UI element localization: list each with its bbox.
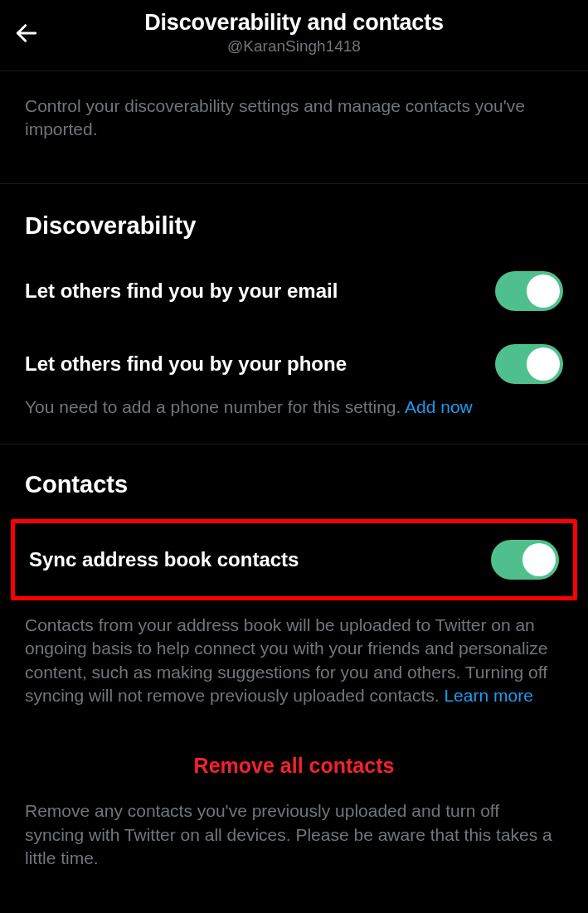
remove-all-contacts-button[interactable]: Remove all contacts <box>25 754 563 778</box>
sync-helper: Contacts from your address book will be … <box>25 614 563 707</box>
find-by-email-toggle[interactable] <box>495 271 563 311</box>
arrow-left-icon <box>13 20 40 46</box>
contacts-section: Contacts Sync address book contacts Cont… <box>0 444 588 895</box>
find-by-email-row: Let others find you by your email <box>25 271 563 311</box>
phone-helper-text: You need to add a phone number for this … <box>25 397 405 416</box>
page-title: Discoverability and contacts <box>50 10 538 36</box>
toggle-knob <box>527 347 560 381</box>
header-titles: Discoverability and contacts @KaranSingh… <box>50 10 538 56</box>
sync-contacts-toggle[interactable] <box>491 540 559 580</box>
find-by-phone-row: Let others find you by your phone <box>25 344 563 384</box>
page-description: Control your discoverability settings an… <box>0 71 588 184</box>
toggle-knob <box>527 274 560 308</box>
contacts-title: Contacts <box>25 471 563 498</box>
page-header: Discoverability and contacts @KaranSingh… <box>0 0 588 71</box>
find-by-phone-label: Let others find you by your phone <box>25 352 495 376</box>
add-phone-link[interactable]: Add now <box>405 397 473 416</box>
back-button[interactable] <box>13 15 50 51</box>
remove-helper: Remove any contacts you've previously up… <box>25 799 563 870</box>
sync-contacts-row: Sync address book contacts <box>11 519 577 600</box>
toggle-knob <box>522 543 556 576</box>
discoverability-section: Discoverability Let others find you by y… <box>0 184 588 444</box>
discoverability-title: Discoverability <box>25 212 563 240</box>
find-by-phone-toggle[interactable] <box>495 344 563 384</box>
sync-contacts-label: Sync address book contacts <box>25 548 491 571</box>
phone-helper: You need to add a phone number for this … <box>25 396 563 419</box>
learn-more-link[interactable]: Learn more <box>444 686 532 705</box>
find-by-email-label: Let others find you by your email <box>25 279 495 303</box>
page-subtitle: @KaranSingh1418 <box>50 37 538 56</box>
